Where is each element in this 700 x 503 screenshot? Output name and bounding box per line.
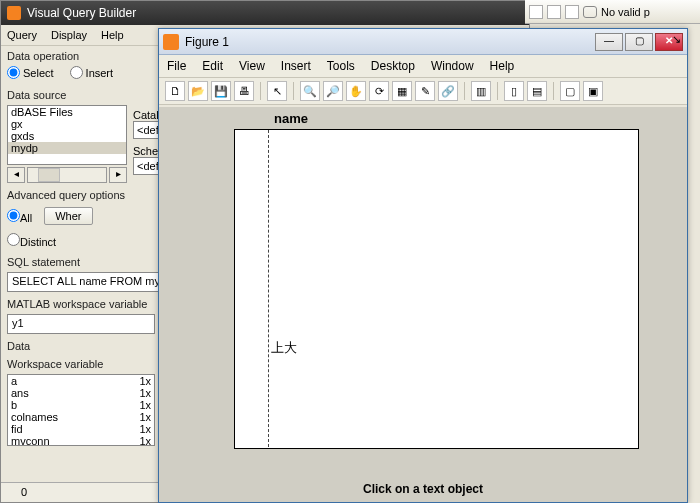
toolbar-icon[interactable] [529,5,543,19]
figure-titlebar[interactable]: Figure 1 — ▢ ✕ [159,29,687,55]
vqb-title: Visual Query Builder [27,6,136,20]
link-icon[interactable]: 🔗 [438,81,458,101]
column-divider [268,130,269,447]
pan-icon[interactable]: ✋ [346,81,366,101]
figure-canvas[interactable]: name 上大 Click on a text object [159,107,687,502]
hscrollbar[interactable]: ◂ ▸ [7,167,127,183]
speech-icon [583,6,597,18]
open-icon[interactable]: 📂 [188,81,208,101]
column-header[interactable]: name [274,111,308,126]
figure-toolbar: 🗋 📂 💾 🖶 ↖ 🔍 🔎 ✋ ⟳ ▦ ✎ 🔗 ▥ ▯ ▤ ▢ ▣ [159,78,687,105]
list-item[interactable]: dBASE Files [8,106,126,118]
menu-insert[interactable]: Insert [281,59,311,73]
hide-tools-icon[interactable]: ▢ [560,81,580,101]
menu-help[interactable]: Help [490,59,515,73]
list-item[interactable]: gx [8,118,126,130]
layout-icon[interactable]: ▤ [527,81,547,101]
rotate-icon[interactable]: ⟳ [369,81,389,101]
menu-query[interactable]: Query [7,29,37,41]
table-row[interactable]: a1x [8,375,154,387]
figure-hint: Click on a text object [159,482,687,496]
radio-insert[interactable]: Insert [70,66,114,79]
axes[interactable] [234,129,639,449]
save-icon[interactable]: 💾 [211,81,231,101]
radio-select-input[interactable] [7,66,20,79]
mwv-textbox[interactable]: y1 [7,314,155,334]
workspace-toolbar: No valid p [525,0,700,24]
toolbar-icon[interactable] [547,5,561,19]
minimize-button[interactable]: — [595,33,623,51]
legend-icon[interactable]: ▯ [504,81,524,101]
matlab-icon [7,6,21,20]
datacursor-icon[interactable]: ▦ [392,81,412,101]
radio-all-input[interactable] [7,209,20,222]
figure-menubar: File Edit View Insert Tools Desktop Wind… [159,55,687,78]
list-item[interactable]: mydp [8,142,126,154]
table-row[interactable]: mvconn1x [8,435,154,447]
menu-display[interactable]: Display [51,29,87,41]
menu-window[interactable]: Window [431,59,474,73]
zoom-in-icon[interactable]: 🔍 [300,81,320,101]
where-button[interactable]: Wher [44,207,92,225]
menu-tools[interactable]: Tools [327,59,355,73]
colorbar-icon[interactable]: ▥ [471,81,491,101]
table-row[interactable]: b1x [8,399,154,411]
figure-title: Figure 1 [185,35,595,49]
scroll-thumb[interactable] [38,168,60,182]
table-row[interactable]: colnames1x [8,411,154,423]
menu-file[interactable]: File [167,59,186,73]
status-text: 0 [21,486,27,498]
data-source-listbox[interactable]: dBASE Files gx gxds mydp [7,105,127,165]
brush-icon[interactable]: ✎ [415,81,435,101]
toolbar-icon[interactable] [565,5,579,19]
scroll-track[interactable] [27,167,107,183]
dock-chevron-icon[interactable]: ↘ [672,33,681,46]
radio-insert-input[interactable] [70,66,83,79]
scroll-right-icon[interactable]: ▸ [109,167,127,183]
no-valid-text: No valid p [601,6,650,18]
table-row[interactable]: ans1x [8,387,154,399]
maximize-button[interactable]: ▢ [625,33,653,51]
vqb-titlebar: Visual Query Builder [1,1,529,25]
menu-help[interactable]: Help [101,29,124,41]
table-row[interactable]: fid1x [8,423,154,435]
pointer-icon[interactable]: ↖ [267,81,287,101]
new-icon[interactable]: 🗋 [165,81,185,101]
radio-distinct-input[interactable] [7,233,20,246]
menu-view[interactable]: View [239,59,265,73]
matlab-icon [163,34,179,50]
zoom-out-icon[interactable]: 🔎 [323,81,343,101]
menu-edit[interactable]: Edit [202,59,223,73]
radio-distinct[interactable]: Distinct [7,233,56,248]
menu-desktop[interactable]: Desktop [371,59,415,73]
list-item[interactable]: gxds [8,130,126,142]
figure-window: Figure 1 — ▢ ✕ File Edit View Insert Too… [158,28,688,503]
scroll-left-icon[interactable]: ◂ [7,167,25,183]
radio-all[interactable]: All [7,209,32,224]
workspace-variable-list[interactable]: a1x ans1x b1x colnames1x fid1x mvconn1x [7,374,155,446]
radio-select[interactable]: Select [7,66,54,79]
print-icon[interactable]: 🖶 [234,81,254,101]
text-object[interactable]: 上大 [271,339,297,357]
show-tools-icon[interactable]: ▣ [583,81,603,101]
